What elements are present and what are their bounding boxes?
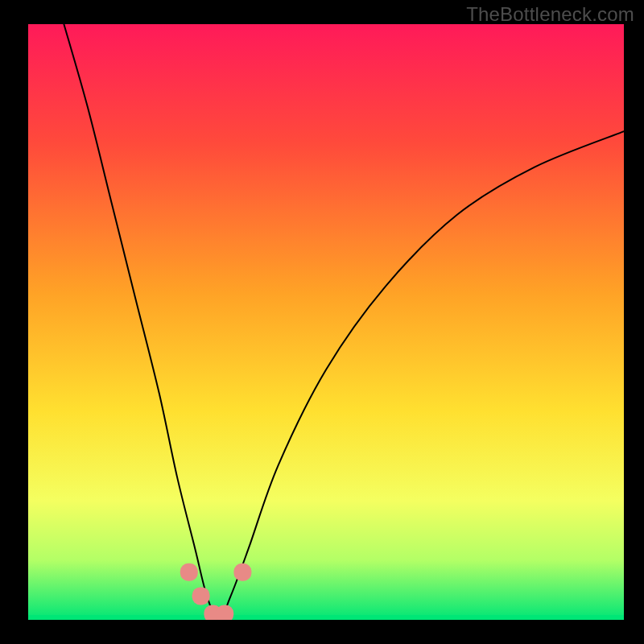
salmon-dot — [180, 564, 198, 581]
salmon-dot — [216, 605, 233, 623]
bottleneck-chart — [0, 0, 644, 644]
chart-container: TheBottleneck.com — [0, 0, 644, 644]
watermark-text: TheBottleneck.com — [466, 3, 634, 26]
salmon-dot — [233, 564, 251, 581]
salmon-dot — [192, 587, 210, 605]
green-baseline — [28, 615, 624, 620]
plot-background — [28, 24, 624, 620]
